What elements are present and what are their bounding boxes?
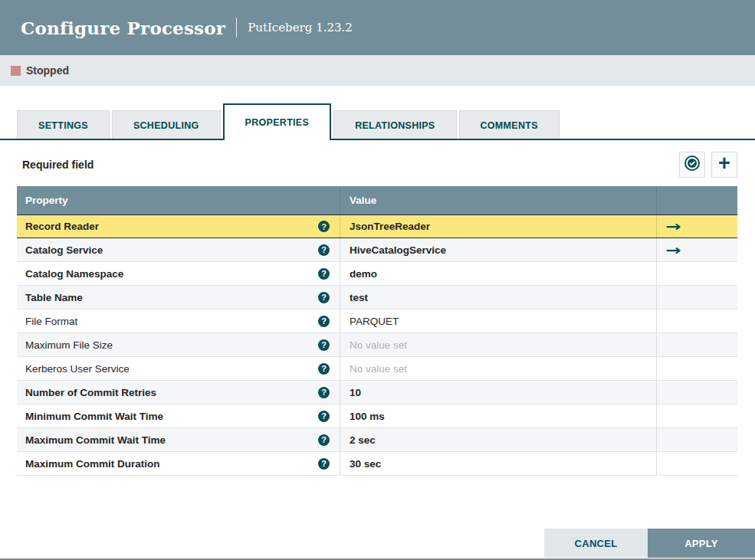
- processor-type-version: PutIceberg 1.23.2: [248, 21, 353, 34]
- question-circle-icon[interactable]: ?: [318, 458, 330, 470]
- property-name-cell: Record Reader ?: [17, 215, 340, 237]
- property-name: Maximum Commit Duration: [25, 458, 160, 470]
- property-row[interactable]: Maximum Commit Wait Time ? 2 sec: [17, 428, 737, 452]
- property-value: test: [350, 292, 368, 303]
- property-row[interactable]: Maximum File Size ? No value set: [17, 333, 737, 357]
- question-circle-icon[interactable]: ?: [318, 434, 330, 446]
- tab-label: SETTINGS: [38, 120, 88, 131]
- property-value: PARQUET: [350, 316, 399, 327]
- tab-properties[interactable]: PROPERTIES: [223, 103, 332, 140]
- title-separator: [236, 18, 237, 38]
- dialog-title: Configure Processor: [21, 18, 225, 38]
- property-name: Table Name: [25, 292, 83, 303]
- property-value-cell[interactable]: 2 sec: [340, 428, 656, 451]
- property-name: File Format: [25, 316, 77, 327]
- property-row[interactable]: Table Name ? test: [17, 286, 737, 309]
- property-value: 30 sec: [350, 458, 381, 470]
- column-header-property: Property: [17, 195, 340, 206]
- property-row[interactable]: Catalog Service ? HiveCatalogService →: [17, 238, 737, 262]
- goto-cell: [656, 262, 737, 285]
- column-header-value: Value: [340, 186, 656, 215]
- go-to-service-icon[interactable]: →: [665, 218, 681, 234]
- status-label: Stopped: [26, 64, 69, 77]
- goto-cell: [656, 286, 737, 309]
- go-to-service-icon[interactable]: →: [665, 242, 681, 258]
- question-circle-icon[interactable]: ?: [318, 411, 330, 422]
- property-row[interactable]: Number of Commit Retries ? 10: [17, 381, 737, 404]
- property-value-cell[interactable]: No value set: [340, 357, 656, 380]
- add-property-button[interactable]: +: [711, 152, 737, 178]
- question-circle-icon[interactable]: ?: [318, 316, 330, 327]
- cancel-button[interactable]: CANCEL: [544, 529, 648, 558]
- property-value-cell[interactable]: No value set: [340, 333, 656, 356]
- tab-label: RELATIONSHIPS: [355, 120, 435, 131]
- goto-cell: [656, 452, 737, 475]
- property-name-cell: Minimum Commit Wait Time ?: [17, 404, 340, 427]
- property-name-cell: Kerberos User Service ?: [17, 357, 340, 380]
- property-row[interactable]: Minimum Commit Wait Time ? 100 ms: [17, 404, 737, 428]
- properties-table: Property Value Record Reader ? JsonTreeR…: [17, 186, 737, 476]
- question-circle-icon[interactable]: ?: [318, 339, 330, 351]
- property-value-cell[interactable]: demo: [340, 262, 656, 285]
- property-name: Maximum File Size: [25, 339, 113, 351]
- required-field-label: Required field: [22, 159, 94, 171]
- tab-relationships[interactable]: RELATIONSHIPS: [333, 110, 456, 140]
- tab-scheduling[interactable]: SCHEDULING: [112, 110, 221, 140]
- property-value-cell[interactable]: 10: [340, 381, 656, 404]
- properties-panel-header: Required field +: [0, 140, 755, 186]
- apply-button[interactable]: APPLY: [648, 529, 755, 558]
- dialog-header: Configure Processor PutIceberg 1.23.2: [0, 0, 755, 55]
- question-circle-icon[interactable]: ?: [318, 387, 330, 398]
- property-name-cell: Maximum Commit Wait Time ?: [17, 428, 340, 451]
- property-value: HiveCatalogService: [350, 244, 446, 256]
- property-value-cell[interactable]: test: [340, 286, 656, 309]
- property-row[interactable]: File Format ? PARQUET: [17, 309, 737, 333]
- goto-cell: [656, 381, 737, 404]
- tab-label: COMMENTS: [481, 120, 538, 131]
- property-name-cell: Catalog Service ?: [17, 238, 340, 261]
- stopped-square-icon: [11, 66, 21, 76]
- goto-cell: →: [656, 238, 737, 261]
- check-circle-icon: [684, 155, 701, 175]
- tab-strip: SETTINGS SCHEDULING PROPERTIES RELATIONS…: [0, 103, 755, 140]
- property-name-cell: Table Name ?: [17, 286, 340, 309]
- table-body: Record Reader ? JsonTreeReader → Catalog…: [17, 215, 737, 476]
- question-circle-icon[interactable]: ?: [318, 363, 330, 375]
- property-name: Number of Commit Retries: [25, 387, 156, 398]
- plus-icon: +: [718, 153, 730, 174]
- property-value: No value set: [350, 339, 407, 351]
- property-value-cell[interactable]: JsonTreeReader: [340, 215, 656, 237]
- property-row[interactable]: Maximum Commit Duration ? 30 sec: [17, 452, 737, 476]
- goto-cell: [656, 333, 737, 356]
- question-circle-icon[interactable]: ?: [318, 292, 330, 303]
- property-value: 10: [350, 387, 361, 398]
- tab-label: PROPERTIES: [245, 117, 310, 128]
- property-name-cell: Number of Commit Retries ?: [17, 381, 340, 404]
- property-value: 100 ms: [350, 411, 385, 422]
- tab-label: SCHEDULING: [133, 120, 199, 131]
- property-value: demo: [350, 268, 377, 280]
- property-value-cell[interactable]: 100 ms: [340, 404, 656, 427]
- property-name-cell: Maximum Commit Duration ?: [17, 452, 340, 475]
- tab-comments[interactable]: COMMENTS: [459, 110, 560, 140]
- property-name: Catalog Service: [25, 244, 103, 256]
- property-value: No value set: [350, 363, 407, 375]
- column-header-goto: [656, 186, 737, 215]
- property-name: Kerberos User Service: [25, 363, 130, 375]
- property-name: Minimum Commit Wait Time: [25, 411, 163, 422]
- status-bar: Stopped: [0, 55, 755, 86]
- property-value-cell[interactable]: HiveCatalogService: [340, 238, 656, 261]
- question-circle-icon[interactable]: ?: [318, 221, 330, 232]
- question-circle-icon[interactable]: ?: [318, 244, 330, 256]
- property-row[interactable]: Kerberos User Service ? No value set: [17, 357, 737, 381]
- goto-cell: [656, 428, 737, 451]
- property-value-cell[interactable]: PARQUET: [340, 309, 656, 332]
- question-circle-icon[interactable]: ?: [318, 268, 330, 280]
- property-value-cell[interactable]: 30 sec: [340, 452, 656, 475]
- property-name-cell: File Format ?: [17, 309, 340, 332]
- property-row[interactable]: Catalog Namespace ? demo: [17, 262, 737, 286]
- tab-settings[interactable]: SETTINGS: [17, 110, 110, 140]
- goto-cell: [656, 309, 737, 332]
- verify-properties-button[interactable]: [679, 152, 705, 178]
- property-row[interactable]: Record Reader ? JsonTreeReader →: [17, 215, 737, 238]
